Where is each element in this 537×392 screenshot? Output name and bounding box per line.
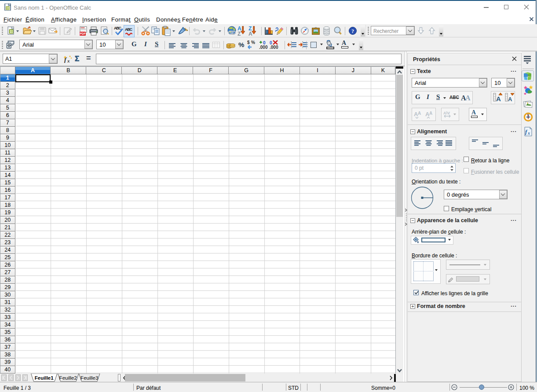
svg-text:Z: Z [237, 31, 241, 36]
svg-text:.000: .000 [259, 45, 268, 50]
svg-text:PDF: PDF [80, 32, 86, 35]
svg-text:ABC: ABC [114, 26, 122, 30]
svg-text:?: ? [351, 28, 354, 34]
svg-text:A: A [508, 96, 512, 103]
svg-text:A\V: A\V [443, 111, 450, 115]
svg-text:.000: .000 [270, 45, 278, 50]
svg-text:$: $ [247, 40, 250, 45]
svg-text:%: % [251, 40, 255, 45]
svg-text:ABC: ABC [125, 27, 133, 32]
svg-text:A: A [429, 111, 432, 116]
svg-text:x: x [527, 131, 530, 136]
svg-text:A: A [465, 94, 471, 102]
svg-text:A: A [496, 95, 501, 103]
svg-text:x: x [67, 58, 70, 63]
svg-text:A: A [418, 111, 421, 116]
svg-text:A: A [248, 31, 252, 36]
